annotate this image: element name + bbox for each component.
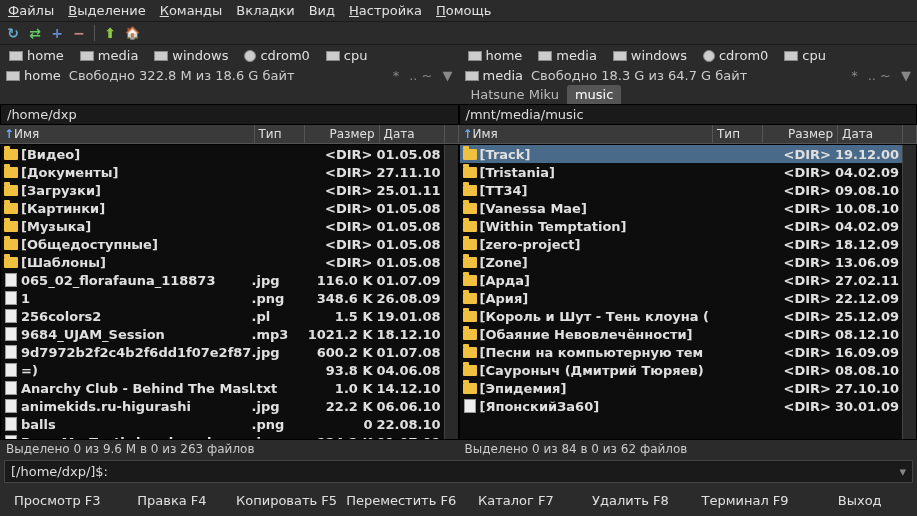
drive-button-cpu[interactable]: cpu (323, 47, 371, 64)
file-row[interactable]: [Zone]<DIR>13.06.09 (460, 253, 903, 271)
home-button[interactable]: 🏠 (123, 24, 141, 42)
file-row[interactable]: [Обаяние Невовлечённости]<DIR>08.12.10 (460, 325, 903, 343)
fkey-button[interactable]: Каталог F7 (459, 489, 574, 512)
fkey-button[interactable]: Выход (802, 489, 917, 512)
file-date: 08.08.10 (835, 363, 900, 378)
file-row[interactable]: animekids.ru-higurashi.jpg22.2 K06.06.10 (1, 397, 444, 415)
folder-icon (462, 363, 478, 377)
file-icon (3, 273, 19, 287)
drive-button-home[interactable]: home (6, 47, 67, 64)
cmd-input[interactable] (112, 464, 899, 479)
tab-hatsune-miku[interactable]: Hatsune Miku (463, 85, 567, 104)
file-row[interactable]: [Within Temptation]<DIR>04.02.09 (460, 217, 903, 235)
file-row[interactable]: [Vanessa Mae]<DIR>10.08.10 (460, 199, 903, 217)
file-size: <DIR> (760, 219, 835, 234)
left-path[interactable]: /home/dxp (0, 104, 459, 125)
menu-files[interactable]: Файлы (8, 3, 54, 18)
file-row[interactable]: 9684_UJAM_Session.mp31021.2 K18.12.10 (1, 325, 444, 343)
file-row[interactable]: [Общедоступные]<DIR>01.05.08 (1, 235, 444, 253)
right-updir[interactable]: .. ~ (868, 68, 891, 83)
menu-commands[interactable]: Команды (160, 3, 223, 18)
file-name: [Песни на компьютерную тем (480, 345, 711, 360)
refresh-button[interactable]: ↻ (4, 24, 22, 42)
right-path[interactable]: /mnt/media/music (459, 104, 918, 125)
drive-button-windows[interactable]: windows (610, 47, 690, 64)
file-row[interactable]: [Шаблоны]<DIR>01.05.08 (1, 253, 444, 271)
fkey-button[interactable]: Просмотр F3 (0, 489, 115, 512)
file-row[interactable]: [Track]<DIR>19.12.00 (460, 145, 903, 163)
fkey-bar: Просмотр F3Правка F4Копировать F5Перемес… (0, 485, 917, 516)
left-col-name[interactable]: Имя (14, 127, 39, 141)
left-col-date[interactable]: Дата (380, 125, 445, 143)
file-row[interactable]: [Видео]<DIR>01.05.08 (1, 145, 444, 163)
fkey-button[interactable]: Копировать F5 (229, 489, 344, 512)
drive-button-cdrom0[interactable]: cdrom0 (700, 47, 771, 64)
menu-view[interactable]: Вид (309, 3, 335, 18)
file-row[interactable]: [zero-project]<DIR>18.12.09 (460, 235, 903, 253)
disk-bar: homemediawindowscdrom0cpu homemediawindo… (0, 45, 917, 66)
file-row[interactable]: [Арда]<DIR>27.02.11 (460, 271, 903, 289)
file-row[interactable]: [Король и Шут - Тень клоуна (<DIR>25.12.… (460, 307, 903, 325)
left-col-ext[interactable]: Тип (255, 125, 305, 143)
file-row[interactable]: 256colors2.pl1.5 K19.01.08 (1, 307, 444, 325)
right-col-ext[interactable]: Тип (713, 125, 763, 143)
left-col-size[interactable]: Размер (305, 125, 380, 143)
left-scrollbar[interactable] (444, 145, 458, 439)
fkey-button[interactable]: Правка F4 (115, 489, 230, 512)
drive-button-media[interactable]: media (535, 47, 600, 64)
file-row[interactable]: [Сауроныч (Дмитрий Тюряев)<DIR>08.08.10 (460, 361, 903, 379)
menu-help[interactable]: Помощь (436, 3, 491, 18)
file-row[interactable]: [Загрузки]<DIR>25.01.11 (1, 181, 444, 199)
right-col-size[interactable]: Размер (763, 125, 838, 143)
plus-button[interactable]: + (48, 24, 66, 42)
file-row[interactable]: [Ария]<DIR>22.12.09 (460, 289, 903, 307)
menu-settings[interactable]: Настройка (349, 3, 422, 18)
file-row[interactable]: Anarchy Club - Behind The Mask.txt1.0 K1… (1, 379, 444, 397)
left-updir[interactable]: .. ~ (409, 68, 432, 83)
file-row[interactable]: [Tristania]<DIR>04.02.09 (460, 163, 903, 181)
file-name: [Документы] (21, 165, 252, 180)
file-row[interactable]: [Музыка]<DIR>01.05.08 (1, 217, 444, 235)
right-scrollbar[interactable] (902, 145, 916, 439)
file-row[interactable]: [Эпидемия]<DIR>27.10.10 (460, 379, 903, 397)
drive-button-media[interactable]: media (77, 47, 142, 64)
file-row[interactable]: Bare_My_Teeth_by_vhm_alex.jpg924.2 K01.0… (1, 433, 444, 439)
file-row[interactable]: 1.png348.6 K26.08.09 (1, 289, 444, 307)
tab-music[interactable]: music (567, 85, 621, 104)
file-row[interactable]: [TT34]<DIR>09.08.10 (460, 181, 903, 199)
right-col-name[interactable]: Имя (473, 127, 498, 141)
menu-tabs[interactable]: Вкладки (236, 3, 294, 18)
fkey-button[interactable]: Удалить F8 (573, 489, 688, 512)
fkey-button[interactable]: Терминал F9 (688, 489, 803, 512)
drive-button-windows[interactable]: windows (151, 47, 231, 64)
menu-selection[interactable]: Выделение (68, 3, 145, 18)
right-free-space: Свободно 18.3 G из 64.7 G байт (531, 68, 747, 83)
fkey-button[interactable]: Переместить F6 (344, 489, 459, 512)
minus-button[interactable]: − (70, 24, 88, 42)
left-filter[interactable]: * (393, 68, 400, 83)
drive-button-home[interactable]: home (465, 47, 526, 64)
right-filter[interactable]: * (851, 68, 858, 83)
left-drive-label: home (24, 68, 61, 83)
file-row[interactable]: [Картинки]<DIR>01.05.08 (1, 199, 444, 217)
file-row[interactable]: 065_02_florafauna_118873.jpg116.0 K01.07… (1, 271, 444, 289)
right-status: Выделено 0 из 84 в 0 из 62 файлов (459, 440, 918, 458)
left-dropdown[interactable]: ▼ (443, 68, 453, 83)
file-row[interactable]: [ЯпонскийЗа60]<DIR>30.01.09 (460, 397, 903, 415)
up-button[interactable]: ⬆ (101, 24, 119, 42)
cmd-history-dropdown[interactable]: ▾ (899, 464, 906, 479)
file-row[interactable]: [Песни на компьютерную тем<DIR>16.09.09 (460, 343, 903, 361)
swap-button[interactable]: ⇄ (26, 24, 44, 42)
file-row[interactable]: =)93.8 K04.06.08 (1, 361, 444, 379)
file-row[interactable]: 9d7972b2f2c4b2f6dd1f07e2f87.jpg600.2 K01… (1, 343, 444, 361)
file-row[interactable]: balls.png022.08.10 (1, 415, 444, 433)
file-size: 1021.2 K (302, 327, 377, 342)
drive-button-cpu[interactable]: cpu (781, 47, 829, 64)
file-size: 116.0 K (302, 273, 377, 288)
right-col-date[interactable]: Дата (838, 125, 903, 143)
command-line[interactable]: [/home/dxp/]$: ▾ (4, 460, 913, 483)
file-row[interactable]: [Документы]<DIR>27.11.10 (1, 163, 444, 181)
drive-button-cdrom0[interactable]: cdrom0 (241, 47, 312, 64)
right-dropdown[interactable]: ▼ (901, 68, 911, 83)
file-name: [Zone] (480, 255, 711, 270)
